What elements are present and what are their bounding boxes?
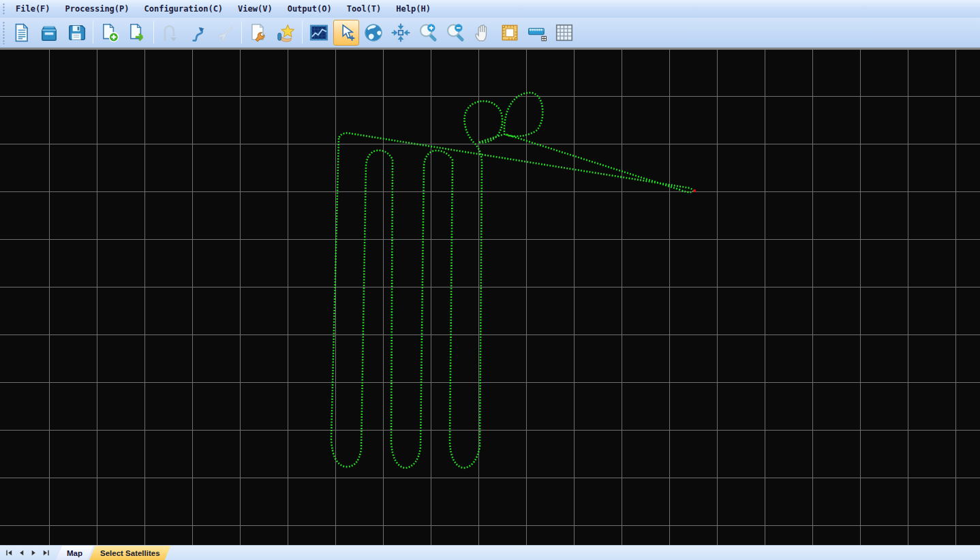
toolbar-button-select-tool[interactable] (333, 20, 359, 46)
globe-icon (363, 22, 384, 43)
toolbar-button-pan[interactable] (470, 20, 495, 46)
tab-nav-prev-sheet-button[interactable] (16, 548, 27, 559)
toolbar-button-measure[interactable] (524, 20, 550, 46)
map-grid-lines (0, 50, 980, 545)
gps-track-path[interactable] (331, 93, 693, 468)
toolbar-button-plot-chart[interactable] (306, 20, 332, 46)
application-window: File(F)Processing(P)Configuration(C)View… (0, 0, 980, 560)
toolbar-separator (153, 21, 154, 44)
zoom-in-icon (418, 22, 438, 43)
toolbar-button-u-route (157, 20, 183, 46)
doc-wrench-icon (248, 22, 269, 43)
tab-select-satellites[interactable]: Select Satellites (89, 546, 171, 560)
toolbar-button-world-view[interactable] (361, 20, 386, 46)
menu-item-help[interactable]: Help(H) (388, 2, 438, 16)
zoom-out-icon (445, 22, 465, 43)
flight-track-icon (215, 22, 235, 43)
menu-item-file[interactable]: File(F) (8, 2, 58, 16)
toolbar-button-favorite[interactable] (273, 20, 298, 46)
u-route-icon (160, 22, 181, 43)
cursor-plus-icon (336, 22, 356, 43)
hand-star-icon (275, 22, 296, 43)
menu-item-output[interactable]: Output(O) (280, 2, 339, 16)
toolbar-separator (241, 21, 242, 44)
toolbar-button-zoom-out[interactable] (442, 20, 468, 46)
ruler-icon (527, 22, 547, 43)
open-file-icon (39, 22, 59, 43)
toolbar-button-zoom-in[interactable] (415, 20, 441, 46)
toolbar-button-save-file[interactable] (63, 20, 89, 46)
tab-nav-first-sheet-button[interactable] (3, 548, 14, 559)
menu-item-configuration[interactable]: Configuration(C) (137, 2, 231, 16)
toolbar (0, 18, 980, 48)
menu-bar: File(F)Processing(P)Configuration(C)View… (0, 0, 980, 18)
tab-nav-next-sheet-button[interactable] (28, 548, 39, 559)
new-file-icon (12, 22, 32, 43)
toolbar-button-add-file[interactable] (97, 20, 123, 46)
next-icon (30, 549, 37, 557)
toolbar-separator (93, 21, 93, 44)
pan-hand-icon (472, 22, 493, 43)
first-icon (5, 549, 13, 557)
export-file-icon (127, 22, 147, 43)
track-end-marker (693, 189, 696, 192)
frame-measure-icon (500, 22, 520, 43)
toolbar-button-zoom-window[interactable] (497, 20, 523, 46)
toolbar-separator (302, 21, 303, 44)
menu-item-view[interactable]: View(V) (230, 2, 280, 16)
sheet-tab-bar: MapSelect Satellites (0, 545, 980, 560)
save-file-icon (66, 22, 87, 43)
toolbar-button-report-config[interactable] (245, 20, 271, 46)
menu-items-container: File(F)Processing(P)Configuration(C)View… (8, 2, 438, 16)
menu-item-processing[interactable]: Processing(P) (58, 2, 137, 16)
toolbar-grip-handle[interactable] (2, 21, 5, 44)
tab-map[interactable]: Map (56, 546, 93, 560)
menubar-grip-handle[interactable] (2, 3, 5, 15)
menu-item-tool[interactable]: Tool(T) (339, 2, 389, 16)
add-file-icon (99, 22, 120, 43)
tab-nav-last-sheet-button[interactable] (40, 548, 51, 559)
toolbar-button-new-file[interactable] (9, 20, 35, 46)
toolbar-button-export-file[interactable] (124, 20, 150, 46)
center-fit-icon (391, 22, 411, 43)
s-route-icon (187, 22, 208, 43)
chart-icon (309, 22, 329, 43)
toolbar-button-s-route[interactable] (185, 20, 211, 46)
tabs-container: MapSelect Satellites (56, 546, 171, 560)
last-icon (42, 549, 50, 557)
toolbar-button-center-fit[interactable] (388, 20, 414, 46)
tab-nav-buttons (0, 546, 56, 560)
map-canvas[interactable] (0, 48, 980, 545)
toolbar-button-flight-track (212, 20, 238, 46)
toolbar-button-open-file[interactable] (36, 20, 62, 46)
grid-icon (554, 22, 575, 43)
toolbar-button-grid-toggle[interactable] (551, 20, 577, 46)
toolbar-items-container (8, 20, 578, 46)
map-plot-svg (0, 50, 980, 545)
prev-icon (18, 549, 25, 557)
